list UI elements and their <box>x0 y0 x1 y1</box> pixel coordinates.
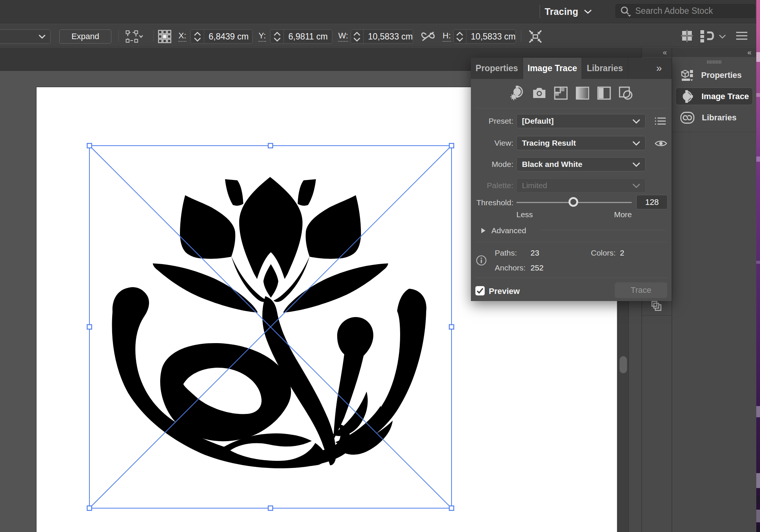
expand-label: Expand <box>72 32 99 41</box>
stepper-up-icon[interactable] <box>193 32 202 36</box>
view-select[interactable]: Tracing Result <box>516 136 646 150</box>
dock-item-image-trace[interactable]: Image Trace <box>675 88 753 105</box>
align-options-icon[interactable] <box>681 30 693 42</box>
advanced-label: Advanced <box>491 226 526 235</box>
low-color-preset-icon[interactable] <box>553 86 569 101</box>
search-input[interactable]: Search Adobe Stock <box>615 4 755 18</box>
more-label: More <box>614 210 632 219</box>
view-label: View: <box>494 139 513 148</box>
advanced-disclosure[interactable]: Advanced <box>481 226 526 235</box>
y-field-label[interactable]: Y: <box>259 31 266 42</box>
stepper-down-icon[interactable] <box>353 37 361 42</box>
chevron-down-icon <box>632 183 641 189</box>
trace-preset-dropdown[interactable] <box>0 29 51 44</box>
search-icon <box>620 6 631 17</box>
outline-preset-icon[interactable] <box>618 86 633 101</box>
workspace-label: Tracing <box>545 6 578 17</box>
y-field[interactable]: 6,9811 cm <box>270 29 332 44</box>
y-stepper[interactable] <box>270 30 284 43</box>
workspace-switcher[interactable]: Tracing <box>545 0 592 23</box>
dock-item-libraries[interactable]: Libraries <box>675 109 753 126</box>
x-field[interactable]: 6,8439 cm <box>190 29 253 44</box>
mode-select[interactable]: Black and White <box>516 157 646 171</box>
bounding-box-icon[interactable] <box>125 30 143 43</box>
preview-label: Preview <box>489 286 520 296</box>
trace-preset-icon-row <box>471 79 672 107</box>
h-stepper[interactable] <box>454 30 466 43</box>
dock-drag-handle[interactable] <box>672 60 756 64</box>
high-fidelity-photo-preset-icon[interactable] <box>531 86 547 101</box>
chevron-down-icon[interactable] <box>718 34 726 39</box>
threshold-slider-handle[interactable] <box>569 197 578 207</box>
traced-artwork[interactable] <box>85 141 456 513</box>
control-menu-icon[interactable] <box>736 31 747 42</box>
chevron-down-icon <box>38 34 47 39</box>
divider <box>475 242 667 242</box>
separator <box>153 30 154 42</box>
divider <box>642 315 672 316</box>
panel-dock: « Properties <box>672 48 756 532</box>
stepper-up-icon[interactable] <box>273 32 281 36</box>
more-panels-button[interactable]: » <box>647 58 672 79</box>
w-stepper[interactable] <box>351 30 364 43</box>
stepper-up-icon[interactable] <box>456 32 464 36</box>
image-trace-icon <box>681 90 694 103</box>
palette-select: Limited <box>516 178 646 193</box>
chevron-down-icon <box>632 141 641 146</box>
paths-value: 23 <box>531 248 539 257</box>
info-icon <box>476 255 487 266</box>
divider <box>672 132 756 132</box>
checkmark-icon <box>476 288 484 294</box>
disclosure-triangle-icon <box>481 227 486 234</box>
h-field[interactable]: 10,5833 cm <box>453 29 516 44</box>
collapse-dock-button[interactable]: « <box>672 48 756 57</box>
snap-options-icon[interactable] <box>700 29 716 43</box>
tab-libraries[interactable]: Libraries <box>582 58 628 79</box>
eye-icon[interactable] <box>655 139 667 148</box>
chevron-down-icon <box>632 162 641 167</box>
w-field[interactable]: 10,5833 cm <box>351 29 413 44</box>
reference-point-icon[interactable] <box>158 30 171 43</box>
fit-artboard-icon[interactable] <box>528 29 542 44</box>
paths-label: Paths: <box>495 248 517 257</box>
threshold-value[interactable]: 128 <box>636 195 668 209</box>
trace-button[interactable]: Trace <box>615 282 667 298</box>
stepper-up-icon[interactable] <box>353 32 361 36</box>
expand-button[interactable]: Expand <box>59 29 111 44</box>
preset-menu-icon[interactable] <box>655 117 666 126</box>
auto-color-preset-icon[interactable] <box>510 86 525 101</box>
preset-row: Preset: [Default] <box>471 114 672 128</box>
black-and-white-preset-icon[interactable] <box>596 86 612 101</box>
preset-select[interactable]: [Default] <box>516 114 646 128</box>
x-stepper[interactable] <box>191 30 204 43</box>
anchors-value: 252 <box>531 263 544 272</box>
dock-item-label: Libraries <box>702 113 737 123</box>
image-trace-panel: Properties Image Trace Libraries » <box>471 58 672 301</box>
divider <box>475 108 667 108</box>
dock-item-properties[interactable]: Properties <box>675 66 753 84</box>
libraries-icon <box>680 112 694 124</box>
desktop-wallpaper-strip <box>756 0 760 532</box>
preview-checkbox[interactable] <box>475 286 485 295</box>
w-value[interactable]: 10,5833 cm <box>364 30 413 43</box>
appbar-separator <box>539 5 540 18</box>
artboards-panel-icon[interactable] <box>651 300 662 311</box>
stepper-down-icon[interactable] <box>193 37 202 42</box>
chevron-down-icon <box>583 9 592 14</box>
tab-image-trace[interactable]: Image Trace <box>523 58 582 79</box>
grayscale-preset-icon[interactable] <box>574 86 590 101</box>
tab-properties[interactable]: Properties <box>471 58 523 79</box>
x-value[interactable]: 6,8439 cm <box>204 30 248 43</box>
h-value[interactable]: 10,5833 cm <box>466 30 516 43</box>
collapse-dock-button[interactable]: « <box>642 48 672 57</box>
w-field-label[interactable]: W: <box>338 31 348 42</box>
search-placeholder: Search Adobe Stock <box>635 6 713 16</box>
y-value[interactable]: 6,9811 cm <box>284 30 328 43</box>
unlink-dimensions-icon[interactable] <box>420 30 436 43</box>
stepper-down-icon[interactable] <box>456 37 464 42</box>
scrollbar-thumb[interactable] <box>620 356 627 373</box>
stepper-down-icon[interactable] <box>273 37 281 42</box>
palette-label: Palette: <box>487 181 513 190</box>
x-field-label[interactable]: X: <box>178 31 186 42</box>
h-field-label[interactable]: H: <box>443 31 451 42</box>
